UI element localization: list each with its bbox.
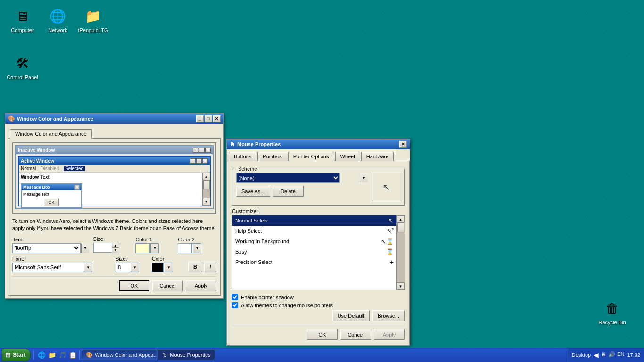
- tab-buttons[interactable]: Buttons: [229, 152, 256, 161]
- pointer-list-scroll-down[interactable]: ▼: [397, 282, 405, 290]
- inactive-window-label: Inactive Window: [18, 148, 55, 153]
- scheme-group-label: Scheme: [236, 166, 259, 172]
- pointer-item-precision[interactable]: Precision Select +: [232, 257, 396, 267]
- font-size-label: Size:: [116, 256, 149, 262]
- quicklaunch-media[interactable]: 🎵: [58, 350, 67, 360]
- color1-label: Color 1:: [135, 237, 174, 242]
- quicklaunch-extra[interactable]: 📋: [68, 350, 77, 360]
- italic-button[interactable]: I: [204, 262, 216, 272]
- scheme-select[interactable]: (None): [236, 173, 340, 183]
- computer-icon: 🖥: [13, 7, 32, 25]
- pointer-item-busy[interactable]: Busy ⌛: [232, 247, 396, 257]
- customize-label: Customize:: [232, 208, 405, 214]
- desktop-icon-network[interactable]: 🌐 Network: [40, 5, 75, 35]
- task-wc-icon: 🎨: [86, 352, 93, 358]
- color2-input[interactable]: [178, 243, 192, 253]
- task-mouse-properties[interactable]: 🖱 Mouse Properties: [158, 350, 215, 360]
- pointer-item-working[interactable]: Working In Background ↖⌛: [232, 236, 396, 247]
- active-min-btn: _: [190, 158, 196, 164]
- bold-button[interactable]: B: [188, 262, 202, 272]
- pointer-normal-label: Normal Select: [235, 218, 268, 223]
- computer-label: Computer: [11, 27, 33, 33]
- task-window-color[interactable]: 🎨 Window Color and Appea...: [82, 350, 157, 360]
- menu-disabled: Disabled: [41, 166, 59, 171]
- enable-shadow-label: Enable pointer shadow: [241, 295, 294, 300]
- active-window-label: Active Window: [21, 158, 54, 164]
- scheme-preview: ↖: [372, 173, 400, 201]
- task-mp-icon: 🖱: [162, 352, 168, 358]
- color2-select[interactable]: [192, 243, 201, 253]
- delete-button[interactable]: Delete: [273, 186, 304, 197]
- window-color-titlebar: 🎨 Window Color and Appearance _ □ ✕: [5, 114, 223, 124]
- scroll-down[interactable]: ▼: [203, 198, 210, 206]
- mouse-cancel-button[interactable]: Cancel: [340, 329, 371, 340]
- item-label: Item:: [12, 237, 90, 242]
- task-mp-label: Mouse Properties: [170, 352, 210, 358]
- mouse-ok-button[interactable]: OK: [307, 329, 338, 340]
- menu-normal: Normal: [21, 166, 36, 171]
- maximize-button[interactable]: □: [205, 115, 212, 122]
- pointer-item-help[interactable]: Help Select ↖?: [232, 226, 396, 236]
- quicklaunch-folder[interactable]: 📁: [47, 350, 57, 360]
- start-button[interactable]: ⊞ Start: [2, 349, 31, 361]
- pointer-item-normal[interactable]: Normal Select ↖: [232, 215, 396, 226]
- save-as-button[interactable]: Save As...: [236, 186, 270, 197]
- use-default-button[interactable]: Use Default: [332, 310, 370, 321]
- allow-themes-checkbox[interactable]: Allow themes to change mouse pointers: [232, 302, 405, 308]
- tray-network-icon[interactable]: 🖥: [601, 351, 606, 359]
- font-color-select[interactable]: [164, 263, 173, 272]
- tab-hardware[interactable]: Hardware: [361, 152, 394, 161]
- active-max-btn: □: [196, 158, 202, 164]
- wc-cancel-button[interactable]: Cancel: [152, 280, 183, 291]
- color1-input[interactable]: [135, 243, 149, 253]
- menu-selected: Selected: [64, 166, 85, 171]
- tpenguin-label: tPenguinLTG: [78, 27, 108, 33]
- enable-shadow-checkbox[interactable]: Enable pointer shadow: [232, 294, 405, 300]
- size-up-arrow[interactable]: ▲: [112, 243, 119, 248]
- scroll-up[interactable]: ▲: [203, 173, 210, 180]
- font-size-select[interactable]: 8: [116, 263, 139, 272]
- desktop-icon-controlpanel[interactable]: 🛠 Control Panel: [5, 52, 40, 82]
- desktop-icon-tpenguin[interactable]: 📁 tPenguinLTG: [75, 5, 111, 35]
- font-select[interactable]: Microsoft Sans Serif: [12, 263, 92, 272]
- browse-button[interactable]: Browse...: [372, 310, 405, 321]
- item-select[interactable]: ToolTip: [12, 243, 81, 253]
- active-close-btn: ✕: [202, 158, 208, 164]
- wc-apply-button[interactable]: Apply: [186, 280, 216, 291]
- desktop-icon-recyclebin[interactable]: 🗑 Recycle Bin: [594, 297, 630, 327]
- pointer-normal-icon: ↖: [388, 217, 394, 224]
- mouse-properties-titlebar: 🖱 Mouse Properties ✕: [227, 139, 410, 149]
- close-button[interactable]: ✕: [213, 115, 221, 122]
- minimize-button[interactable]: _: [196, 115, 204, 122]
- tray-expand-icon[interactable]: ◀: [594, 351, 599, 359]
- desktop-icon-computer[interactable]: 🖥 Computer: [5, 5, 40, 35]
- start-label: Start: [13, 352, 25, 358]
- tab-pointers[interactable]: Pointers: [257, 152, 287, 161]
- font-color-label: Color:: [152, 256, 185, 262]
- tab-pointer-options[interactable]: Pointer Options: [288, 152, 334, 161]
- size-input[interactable]: [93, 243, 112, 253]
- quicklaunch-ie[interactable]: 🌐: [37, 350, 46, 360]
- desktop-label: Desktop: [572, 352, 591, 358]
- pointer-busy-label: Busy: [235, 249, 247, 255]
- windows-logo: ⊞: [5, 351, 11, 359]
- inactive-min-btn: _: [193, 148, 198, 153]
- taskbar: ⊞ Start 🌐 📁 🎵 📋 🎨 Window Color and Appea…: [0, 348, 644, 362]
- pointer-working-label: Working In Background: [235, 239, 289, 244]
- mouse-close-button[interactable]: ✕: [399, 141, 407, 148]
- wc-ok-button[interactable]: OK: [119, 280, 149, 291]
- pointer-precision-icon: +: [390, 258, 394, 266]
- size-down-arrow[interactable]: ▼: [112, 248, 119, 253]
- message-text: Message Text: [23, 192, 80, 197]
- mouse-apply-button[interactable]: Apply: [374, 329, 405, 340]
- pointer-list-scroll-up[interactable]: ▲: [397, 215, 405, 223]
- tab-window-color[interactable]: Window Color and Appearance: [10, 129, 92, 139]
- tray-keyboard-icon[interactable]: EN: [617, 351, 624, 359]
- tab-wheel[interactable]: Wheel: [335, 152, 360, 161]
- font-color-input[interactable]: [152, 263, 164, 272]
- tray-volume-icon[interactable]: 🔊: [608, 351, 615, 359]
- color1-select[interactable]: [149, 243, 159, 253]
- clock[interactable]: 17:02: [627, 352, 640, 358]
- quicklaunch-area: 🌐 📁 🎵 📋: [35, 350, 80, 360]
- message-ok-button[interactable]: OK: [44, 198, 58, 206]
